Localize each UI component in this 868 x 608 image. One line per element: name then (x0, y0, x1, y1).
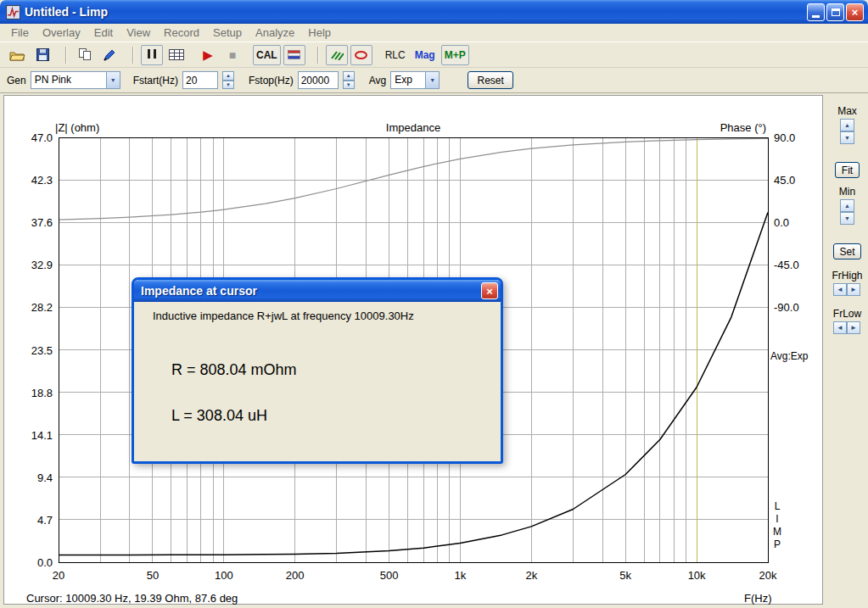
frlow-left-button[interactable]: ◄ (833, 321, 847, 334)
chevron-down-icon[interactable]: ▼ (425, 72, 439, 88)
mp-button[interactable]: M+P (441, 45, 469, 65)
menu-view[interactable]: View (120, 25, 157, 41)
svg-text:100: 100 (215, 569, 233, 582)
svg-text:1k: 1k (455, 569, 467, 582)
svg-text:4.7: 4.7 (37, 514, 53, 527)
chart-title: Impedance (59, 121, 768, 134)
cursor-status: Cursor: 10009.30 Hz, 19.39 Ohm, 87.6 deg (26, 592, 238, 605)
svg-text:28.2: 28.2 (31, 301, 53, 314)
pause-button[interactable] (141, 45, 163, 65)
svg-text:10k: 10k (688, 569, 706, 582)
copy-button[interactable] (74, 45, 96, 65)
chevron-down-icon[interactable]: ▼ (106, 72, 120, 88)
maximize-button[interactable] (826, 3, 844, 21)
close-button[interactable]: × (846, 3, 864, 21)
svg-text:42.3: 42.3 (31, 174, 53, 187)
close-icon: × (852, 7, 859, 18)
svg-text:37.6: 37.6 (31, 216, 53, 229)
red-oval-icon (354, 50, 368, 60)
fstart-down-button[interactable]: ▼ (222, 81, 234, 90)
dialog-close-button[interactable]: × (481, 282, 498, 299)
green-hatch-icon (330, 50, 344, 60)
menu-setup[interactable]: Setup (206, 25, 249, 41)
fstop-input[interactable] (298, 71, 339, 89)
dialog-description: Inductive impedance R+jwL at frequency 1… (153, 310, 414, 322)
generator-select[interactable]: PN Pink ▼ (31, 71, 120, 89)
stop-icon: ■ (229, 49, 236, 61)
min-down-button[interactable]: ▼ (840, 212, 854, 225)
max-up-button[interactable]: ▲ (840, 119, 854, 131)
set-button[interactable]: Set (833, 243, 861, 259)
svg-text:-45.0: -45.0 (774, 259, 799, 271)
stop-button[interactable]: ■ (221, 45, 244, 65)
close-icon: × (486, 286, 493, 297)
save-button[interactable] (31, 45, 53, 65)
dialog-title-bar[interactable]: Impedance at cursor × (134, 280, 501, 302)
min-up-button[interactable]: ▲ (840, 199, 854, 212)
menu-record[interactable]: Record (157, 25, 206, 41)
toolbar-separator (65, 47, 67, 64)
dialog-content: Inductive impedance R+jwL at frequency 1… (134, 302, 501, 461)
menu-overlay[interactable]: Overlay (36, 25, 87, 41)
fstart-up-button[interactable]: ▲ (222, 71, 234, 81)
down-arrow-icon: ▼ (346, 82, 351, 87)
oval-button[interactable] (350, 45, 372, 65)
flag-button[interactable] (283, 45, 305, 65)
svg-text:32.9: 32.9 (31, 259, 53, 271)
svg-text:14.1: 14.1 (31, 429, 53, 442)
avg-value: Exp (391, 72, 425, 88)
svg-text:0.0: 0.0 (774, 216, 789, 229)
menu-file[interactable]: File (4, 25, 36, 41)
toolbar-separator (132, 47, 134, 64)
spectrum-button[interactable] (326, 45, 348, 65)
mp-label: M+P (445, 49, 466, 61)
mag-button[interactable]: Mag (412, 45, 439, 65)
play-icon: ▶ (203, 48, 213, 61)
frhigh-label: FrHigh (826, 270, 868, 282)
svg-text:45.0: 45.0 (774, 174, 795, 187)
min-spinner: ▲ ▼ (840, 199, 854, 225)
frlow-right-button[interactable]: ► (847, 321, 860, 334)
impedance-at-cursor-dialog[interactable]: Impedance at cursor × Inductive impedanc… (132, 277, 503, 464)
generator-bar: Gen PN Pink ▼ Fstart(Hz) ▲ ▼ Fstop(Hz) ▲… (0, 68, 868, 93)
frhigh-left-button[interactable]: ◄ (833, 283, 847, 296)
open-button[interactable] (6, 45, 29, 65)
fstop-up-button[interactable]: ▲ (343, 71, 355, 81)
up-arrow-icon: ▲ (346, 73, 351, 78)
menu-help[interactable]: Help (301, 25, 338, 41)
edit-pen-button[interactable] (98, 45, 120, 65)
svg-text:20k: 20k (759, 569, 777, 582)
max-down-button[interactable]: ▼ (840, 131, 854, 144)
menu-edit[interactable]: Edit (87, 25, 120, 41)
table-button[interactable] (165, 45, 188, 65)
svg-text:200: 200 (286, 569, 305, 582)
svg-text:500: 500 (380, 569, 399, 582)
fstop-down-button[interactable]: ▼ (343, 81, 355, 90)
up-arrow-icon: ▲ (226, 73, 231, 78)
down-arrow-icon: ▼ (226, 82, 231, 87)
flag-icon (288, 50, 300, 59)
left-arrow-icon: ◄ (837, 324, 843, 332)
rlc-button[interactable]: RLC (382, 45, 409, 65)
avg-label: Avg (369, 75, 386, 86)
title-bar[interactable]: Untitled - Limp × (0, 0, 868, 24)
menu-analyze[interactable]: Analyze (249, 25, 301, 41)
mag-label: Mag (415, 49, 435, 61)
avg-select[interactable]: Exp ▼ (390, 71, 440, 89)
fit-button[interactable]: Fit (835, 162, 860, 178)
fstart-input[interactable] (182, 71, 218, 89)
cal-button[interactable]: CAL (253, 45, 281, 65)
reset-button[interactable]: Reset (468, 71, 513, 89)
frlow-label: FrLow (826, 308, 868, 320)
y-right-axis-title: Phase (°) (720, 121, 766, 134)
fstart-label: Fstart(Hz) (133, 75, 178, 86)
up-arrow-icon: ▲ (844, 122, 850, 128)
fstop-label: Fstop(Hz) (249, 75, 294, 86)
rlc-label: RLC (385, 49, 406, 61)
minimize-button[interactable] (807, 3, 825, 21)
frhigh-right-button[interactable]: ► (847, 283, 860, 296)
start-button[interactable]: ▶ (197, 45, 219, 65)
window-title: Untitled - Limp (25, 5, 805, 19)
left-arrow-icon: ◄ (837, 286, 843, 293)
svg-text:0.0: 0.0 (37, 556, 53, 569)
